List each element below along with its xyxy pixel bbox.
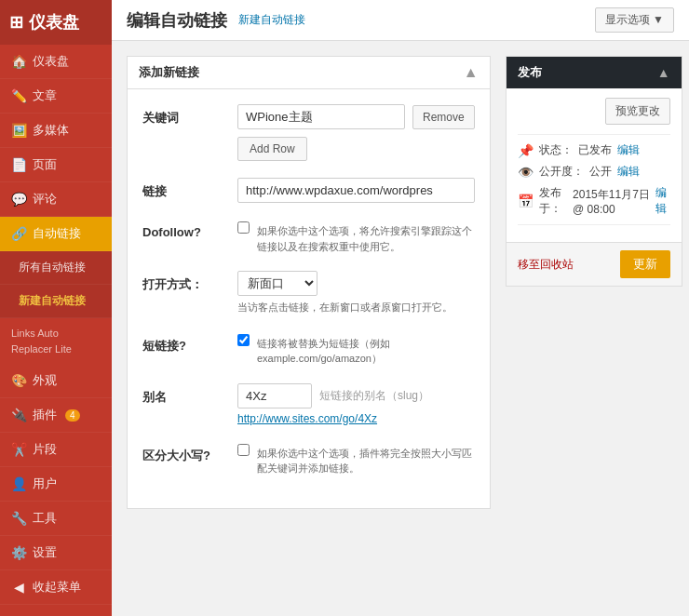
dofollow-row: Dofollow? 如果你选中这个选项，将允许搜索引擎跟踪这个链接以及在搜索权重… <box>142 220 475 254</box>
shortlink-checkbox[interactable] <box>237 334 250 346</box>
publish-divider1 <box>518 134 670 135</box>
alias-input[interactable] <box>237 383 312 408</box>
articles-icon: ✏️ <box>11 88 26 103</box>
dofollow-control: 如果你选中这个选项，将允许搜索引擎跟踪这个链接以及在搜索权重中使用它。 <box>237 220 475 254</box>
keyword-remove-button[interactable]: Remove <box>412 105 475 129</box>
open-mode-control: 新面口 当前面口 当访客点击链接，在新窗口或者原窗口打开它。 <box>237 271 475 315</box>
media-icon: 🖼️ <box>11 123 26 138</box>
addlink-label: 新建自动链接 <box>19 293 86 309</box>
alias-row: 别名 短链接的别名（slug） http://www.sites.com/go/… <box>142 383 475 425</box>
publish-toggle-icon[interactable]: ▲ <box>657 65 670 80</box>
visibility-icon: 👁️ <box>518 165 534 180</box>
date-label: 发布于： <box>539 185 567 217</box>
sidebar-item-autolinks[interactable]: 🔗 自动链接 <box>0 217 112 251</box>
alias-control: 短链接的别名（slug） http://www.sites.com/go/4Xz <box>237 383 475 425</box>
date-edit-link[interactable]: 编辑 <box>655 185 669 217</box>
status-icon: 📌 <box>518 143 534 158</box>
casesensitive-help: 如果你选中这个选项，插件将完全按照大小写匹配关键词并添加链接。 <box>257 446 475 476</box>
main-content: 编辑自动链接 新建自动链接 显示选项 ▼ 添加新链接 ▲ 关键词 <box>112 0 689 616</box>
publish-header: 发布 ▲ <box>507 57 682 88</box>
top-bar: 编辑自动链接 新建自动链接 显示选项 ▼ <box>112 0 689 41</box>
plugin-widget2: Links Auto Replacer Lite <box>0 609 112 616</box>
sidebar-item-pages[interactable]: 📄 页面 <box>0 148 112 182</box>
casesensitive-control: 如果你选中这个选项，插件将完全按照大小写匹配关键词并添加链接。 <box>237 442 475 476</box>
sidebar-item-label: 工具 <box>33 510 57 527</box>
collapse-icon: ◀ <box>11 580 26 595</box>
publish-box: 发布 ▲ 预览更改 📌 状态： 已发布 编辑 👁️ 公开度： 公 <box>506 56 682 287</box>
sidebar-item-snippets[interactable]: ✂️ 片段 <box>0 433 112 467</box>
logo-icon: ⊞ <box>9 12 23 33</box>
publish-footer: 移至回收站 更新 <box>507 242 682 286</box>
dofollow-label: Dofollow? <box>142 220 226 239</box>
shortlink-control: 链接将被替换为短链接（例如 example.com/go/amazon） <box>237 332 475 367</box>
casesensitive-row: 区分大小写? 如果你选中这个选项，插件将完全按照大小写匹配关键词并添加链接。 <box>142 442 475 476</box>
sidebar-item-users[interactable]: 👤 用户 <box>0 467 112 502</box>
users-icon: 👤 <box>11 476 26 491</box>
sidebar-item-media[interactable]: 🖼️ 多媒体 <box>0 114 112 148</box>
sidebar-item-plugins[interactable]: 🔌 插件 4 <box>0 398 112 433</box>
status-edit-link[interactable]: 编辑 <box>617 142 640 158</box>
shortlink-label: 短链接? <box>142 332 226 355</box>
keyword-input-row: Remove <box>237 104 475 129</box>
sidebar-item-alllinks[interactable]: 所有自动链接 <box>0 251 112 285</box>
tools-icon: 🔧 <box>11 511 26 526</box>
dofollow-checkbox[interactable] <box>237 221 250 234</box>
pages-icon: 📄 <box>11 157 26 172</box>
plugins-badge: 4 <box>65 409 80 422</box>
sidebar-logo[interactable]: ⊞ 仪表盘 <box>0 0 112 45</box>
sidebar-item-tools[interactable]: 🔧 工具 <box>0 502 112 536</box>
dofollow-checkbox-row: 如果你选中这个选项，将允许搜索引擎跟踪这个链接以及在搜索权重中使用它。 <box>237 220 475 254</box>
link-input[interactable] <box>237 178 475 203</box>
open-mode-label: 打开方式： <box>142 271 226 293</box>
sidebar-item-label: 收起菜单 <box>33 579 81 596</box>
plugins-icon: 🔌 <box>11 408 26 422</box>
sidebar-item-comments[interactable]: 💬 评论 <box>0 182 112 217</box>
date-meta: 📅 发布于： 2015年11月7日 @ 08:00 编辑 <box>518 185 670 217</box>
sidebar-submenu-autolinks: 所有自动链接 新建自动链接 <box>0 251 112 318</box>
alias-placeholder: 短链接的别名（slug） <box>319 388 429 404</box>
casesensitive-checkbox[interactable] <box>237 444 250 456</box>
open-mode-select[interactable]: 新面口 当前面口 <box>237 271 317 296</box>
publish-title: 发布 <box>518 64 542 81</box>
preview-button[interactable]: 预览更改 <box>605 98 670 125</box>
alias-full-link[interactable]: http://www.sites.com/go/4Xz <box>237 412 475 425</box>
sidebar-item-articles[interactable]: ✏️ 文章 <box>0 79 112 114</box>
sidebar-item-dashboard[interactable]: 🏠 仪表盘 <box>0 45 112 79</box>
alllinks-label: 所有自动链接 <box>19 260 86 275</box>
casesensitive-label: 区分大小写? <box>142 442 226 464</box>
open-mode-help: 当访客点击链接，在新窗口或者原窗口打开它。 <box>237 300 475 315</box>
publish-divider2 <box>518 224 670 225</box>
shortlink-help: 链接将被替换为短链接（例如 example.com/go/amazon） <box>257 336 475 367</box>
sidebar-item-collapse[interactable]: ◀ 收起菜单 <box>0 570 112 605</box>
breadcrumb-link[interactable]: 新建自动链接 <box>238 12 305 28</box>
sidebar-item-appearance[interactable]: 🎨 外观 <box>0 364 112 398</box>
update-button[interactable]: 更新 <box>620 250 670 278</box>
sidebar-item-settings[interactable]: ⚙️ 设置 <box>0 536 112 570</box>
section-toggle-icon[interactable]: ▲ <box>464 64 479 81</box>
sidebar-item-label: 仪表盘 <box>33 53 69 70</box>
add-row-button[interactable]: Add Row <box>237 137 307 161</box>
trash-button[interactable]: 移至回收站 <box>518 257 574 273</box>
visibility-label: 公开度： <box>539 164 584 180</box>
status-label: 状态： <box>539 142 573 158</box>
alias-input-row: 短链接的别名（slug） <box>237 383 475 408</box>
visibility-meta: 👁️ 公开度： 公开 编辑 <box>518 164 670 180</box>
publish-body: 预览更改 📌 状态： 已发布 编辑 👁️ 公开度： 公开 编辑 <box>507 88 682 242</box>
date-icon: 📅 <box>518 194 534 208</box>
link-row: 链接 <box>142 178 475 203</box>
display-options-button[interactable]: 显示选项 ▼ <box>595 7 674 33</box>
sidebar-item-label: 片段 <box>33 441 57 458</box>
sidebar-item-label: 外观 <box>33 372 57 389</box>
keyword-input[interactable] <box>237 104 405 129</box>
sidebar-item-label: 文章 <box>33 87 57 104</box>
top-bar-right: 显示选项 ▼ <box>595 7 674 33</box>
logo-label: 仪表盘 <box>29 11 79 33</box>
autolinks-icon: 🔗 <box>11 226 26 241</box>
sidebar-item-label: 设置 <box>33 544 57 561</box>
section-body: 关键词 Remove Add Row 链接 <box>128 89 490 508</box>
plugin-widget: Links AutoReplacer Lite <box>0 318 112 364</box>
link-label: 链接 <box>142 178 226 200</box>
sidebar-item-addlink[interactable]: 新建自动链接 <box>0 285 112 318</box>
content-area: 添加新链接 ▲ 关键词 Remove Add Row <box>112 41 689 539</box>
visibility-edit-link[interactable]: 编辑 <box>617 164 640 180</box>
